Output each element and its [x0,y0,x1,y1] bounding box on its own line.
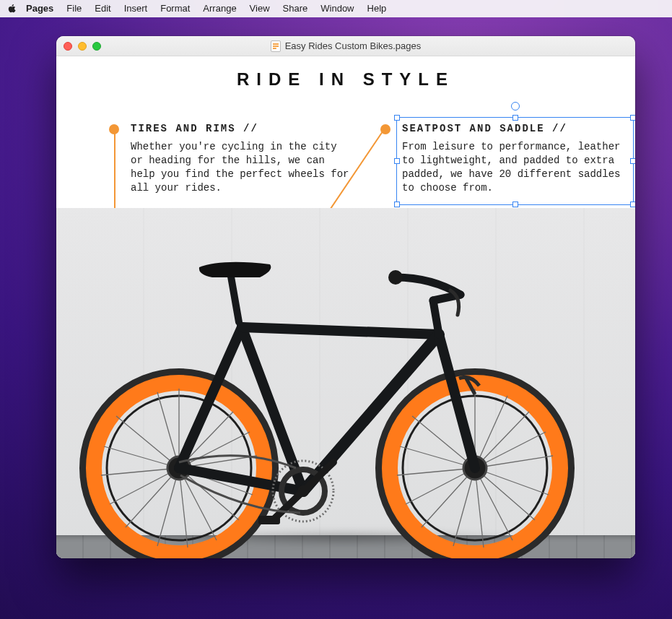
callout-dot-icon [109,124,119,134]
document-proxy-icon[interactable] [271,40,281,52]
resize-handle-s[interactable] [512,202,518,207]
window-close-button[interactable] [64,42,72,51]
svg-line-43 [242,327,439,334]
menu-edit[interactable]: Edit [88,0,117,17]
callout-seatpost-body: From leisure to performance, leather to … [402,140,629,195]
resize-handle-sw[interactable] [394,202,400,207]
svg-line-46 [231,277,239,322]
callout-dot-icon [380,124,390,134]
window-title-text: Easy Rides Custom Bikes.pages [285,40,422,51]
window-zoom-button[interactable] [92,42,101,51]
menu-window[interactable]: Window [314,0,360,17]
bike-photo[interactable] [56,208,635,558]
menu-share[interactable]: Share [276,0,315,17]
rotation-handle[interactable] [511,102,520,111]
svg-line-45 [439,334,475,468]
callout-seatpost-heading: SEATPOST AND SADDLE // [402,123,629,134]
menu-file[interactable]: File [60,0,88,17]
menu-arrange[interactable]: Arrange [196,0,243,17]
document-canvas[interactable]: RIDE IN STYLE TIRES AND RIMS // Whether … [56,56,635,558]
menu-app[interactable]: Pages [26,0,60,17]
callout-seatpost[interactable]: SEATPOST AND SADDLE // From leisure to p… [402,123,629,195]
menu-view[interactable]: View [243,0,276,17]
resize-handle-nw[interactable] [394,115,400,121]
apple-menu-icon[interactable] [7,4,17,14]
document-heading[interactable]: RIDE IN STYLE [56,56,635,95]
callout-tires-body: Whether you're cycling in the city or he… [131,140,351,195]
window-title: Easy Rides Custom Bikes.pages [56,36,635,56]
resize-handle-se[interactable] [630,202,635,207]
window-titlebar[interactable]: Easy Rides Custom Bikes.pages [56,36,635,56]
mac-menubar: Pages File Edit Insert Format Arrange Vi… [0,0,672,17]
resize-handle-n[interactable] [512,115,518,121]
svg-rect-55 [258,516,280,524]
menu-format[interactable]: Format [154,0,196,17]
window-minimize-button[interactable] [78,42,87,51]
menu-help[interactable]: Help [361,0,393,17]
pages-window: Easy Rides Custom Bikes.pages RIDE IN ST… [56,36,635,558]
callout-tires-heading: TIRES AND RIMS // [131,123,351,134]
resize-handle-ne[interactable] [630,115,635,121]
resize-handle-w[interactable] [394,158,400,164]
window-traffic-lights [64,42,101,51]
resize-handle-e[interactable] [630,158,635,164]
svg-point-49 [388,270,403,285]
menu-insert[interactable]: Insert [118,0,154,17]
callout-tires[interactable]: TIRES AND RIMS // Whether you're cycling… [131,123,351,195]
bicycle-illustration [56,208,635,558]
